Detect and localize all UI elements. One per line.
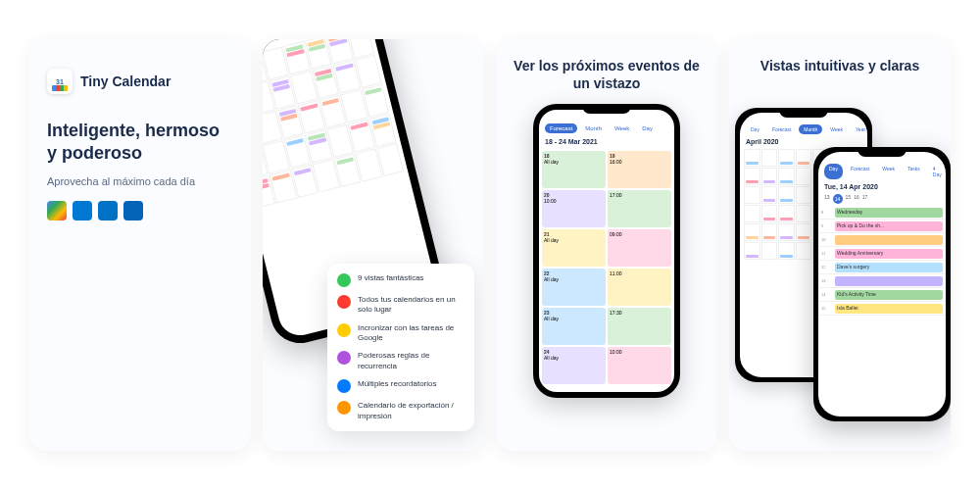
google-calendar-icon — [47, 201, 67, 220]
phone-mockup-forecast: Forecast Month Week Day 18 - 24 Mar 2021… — [533, 104, 680, 398]
day-event-row[interactable]: 14Kid's Activity Time — [818, 288, 946, 302]
month-cell[interactable] — [796, 223, 812, 241]
card3-title: Ver los próximos eventos de un vistazo — [496, 39, 717, 100]
feature-text: 9 vistas fantásticas — [358, 273, 424, 283]
mini-day-strip[interactable]: 13 14 15 16 17 — [818, 192, 946, 206]
screenshot-card-2: 13:35 ●●● Forecast Month Week Day Tasks … — [263, 39, 484, 451]
app-logo-icon: 31 — [47, 69, 73, 94]
month-cell[interactable] — [778, 242, 795, 260]
tab-month[interactable]: Month — [580, 123, 607, 133]
day-event-row[interactable]: 8Wednesday — [818, 206, 946, 220]
day-event-row[interactable]: 15Isla Ballet — [818, 302, 946, 316]
app-name: Tiny Calendar — [80, 74, 171, 89]
feature-item: Múltiples recordatorios — [337, 379, 465, 393]
feature-item: Todos tus calendarios en un solo lugar — [337, 295, 465, 316]
month-title: April 2020 — [740, 136, 867, 147]
feature-icon — [337, 273, 351, 287]
month-cell[interactable] — [761, 186, 778, 204]
screenshot-card-4: Vistas intuitivas y claras Day Forecast … — [729, 39, 951, 451]
month-cell[interactable] — [761, 168, 778, 185]
feature-text: Calendario de exportación / impresión — [358, 401, 465, 421]
day-event-row[interactable]: 11Wedding Anniversary — [818, 247, 946, 261]
forecast-cell[interactable]: 24All day — [542, 347, 606, 384]
feature-item: Incronizar con las tareas de Google — [337, 323, 465, 344]
phone-mockup-day: Day Forecast Week Tasks 4 Day Tue, 14 Ap… — [813, 147, 951, 421]
forecast-cell[interactable]: 1916:00 — [608, 151, 671, 188]
feature-list-card: 9 vistas fantásticasTodos tus calendario… — [327, 264, 474, 431]
day-event-row[interactable]: 13 — [818, 274, 946, 288]
month-cell[interactable] — [778, 186, 795, 204]
screenshot-card-1: 31 Tiny Calendar Inteligente, hermoso y … — [29, 39, 251, 451]
day-date: Tue, 14 Apr 2020 — [818, 181, 946, 192]
integration-icons — [47, 201, 233, 220]
month-cell[interactable] — [778, 149, 795, 167]
feature-icon — [337, 295, 351, 309]
forecast-cell[interactable]: 09:00 — [608, 229, 671, 267]
month-cell[interactable] — [761, 242, 778, 260]
month-cell[interactable] — [778, 205, 795, 222]
forecast-cell[interactable]: 21All day — [542, 229, 606, 267]
tab-forecast[interactable]: Forecast — [545, 123, 577, 133]
month-cell[interactable] — [761, 205, 778, 222]
tagline: Aprovecha al máximo cada día — [47, 175, 233, 187]
forecast-cell[interactable]: 22All day — [542, 269, 606, 306]
month-cell[interactable] — [761, 223, 778, 241]
forecast-cell[interactable]: 17:00 — [608, 190, 671, 227]
forecast-cell[interactable]: 11:00 — [608, 269, 671, 306]
month-grid[interactable] — [263, 39, 409, 212]
month-cell[interactable] — [744, 242, 760, 260]
feature-icon — [337, 401, 351, 415]
feature-text: Poderosas reglas de recurrencia — [358, 351, 465, 371]
tab-day[interactable]: Day — [637, 123, 658, 133]
forecast-grid[interactable]: 18All day1916:002010:0017:0021All day09:… — [539, 148, 674, 387]
month-cell[interactable] — [796, 149, 812, 167]
headline: Inteligente, hermoso y poderoso — [47, 120, 233, 164]
feature-text: Múltiples recordatorios — [358, 379, 436, 389]
month-cell[interactable] — [744, 223, 760, 241]
forecast-cell[interactable]: 2010:00 — [542, 190, 606, 227]
tab-week[interactable]: Week — [610, 123, 634, 133]
month-cell[interactable] — [778, 168, 795, 185]
month-cell[interactable] — [796, 205, 812, 222]
month-cell[interactable] — [744, 186, 760, 204]
feature-text: Incronizar con las tareas de Google — [358, 323, 465, 344]
day-event-row[interactable]: 10 — [818, 233, 946, 247]
feature-icon — [337, 323, 351, 337]
feature-text: Todos tus calendarios en un solo lugar — [358, 295, 465, 316]
outlook-icon — [123, 201, 143, 220]
month-cell[interactable] — [796, 186, 812, 204]
month-cell[interactable] — [744, 168, 760, 185]
month-cell[interactable] — [796, 168, 812, 185]
date-range: 18 - 24 Mar 2021 — [539, 135, 674, 148]
day-events[interactable]: 8Wednesday9Pick up & Do the sh...1011Wed… — [818, 206, 946, 316]
forecast-cell[interactable]: 17:30 — [608, 308, 671, 345]
month-cell[interactable] — [796, 242, 812, 260]
screenshot-card-3: Ver los próximos eventos de un vistazo F… — [496, 39, 717, 451]
day-event-row[interactable]: 9Pick up & Do the sh... — [818, 220, 946, 233]
card4-title: Vistas intuitivas y claras — [729, 39, 951, 82]
day-event-row[interactable]: 12Dave's surgery — [818, 261, 946, 274]
month-cell[interactable] — [744, 205, 760, 222]
app-store-screenshots: 31 Tiny Calendar Inteligente, hermoso y … — [0, 0, 980, 490]
feature-item: Poderosas reglas de recurrencia — [337, 351, 465, 371]
feature-item: Calendario de exportación / impresión — [337, 401, 465, 421]
month-cell[interactable] — [761, 149, 778, 167]
forecast-cell[interactable]: 10:00 — [608, 347, 671, 384]
month-cell[interactable] — [744, 149, 760, 167]
onedrive-icon — [73, 201, 92, 220]
feature-icon — [337, 379, 351, 393]
exchange-icon — [98, 201, 118, 220]
feature-icon — [337, 351, 351, 365]
forecast-cell[interactable]: 18All day — [542, 151, 606, 188]
app-logo-row: 31 Tiny Calendar — [47, 69, 233, 94]
month-cell[interactable] — [778, 223, 795, 241]
feature-item: 9 vistas fantásticas — [337, 273, 465, 287]
forecast-cell[interactable]: 23All day — [542, 308, 606, 345]
